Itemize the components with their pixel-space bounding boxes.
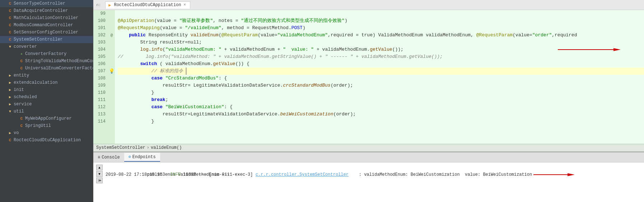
code-text: ( validaMethodEnum.: [157, 60, 213, 68]
log-timestamp: 2019-08-22 17:18:19.953: [106, 171, 170, 178]
line-num-103: 103: [93, 39, 106, 46]
sidebar-item-dataacquirecontroller[interactable]: C DataAcquireController: [0, 7, 93, 14]
code-text: (value=: [258, 32, 277, 39]
log-level: INFO: [170, 171, 183, 178]
sidebar-item-mathcalculationcontroller[interactable]: C MathCalculationController: [0, 14, 93, 22]
sidebar: C SensorTypeController C DataAcquireCont…: [0, 0, 93, 202]
tab-console[interactable]: ≡ Console: [93, 153, 124, 161]
code-line-107: // 标准的指令: [118, 68, 644, 75]
code-line-101: @RequestMapping(value = "/valideEnum", m…: [118, 24, 644, 32]
scroll-down-button[interactable]: ▼: [96, 171, 103, 177]
code-text-required: ,required: [552, 32, 577, 39]
sidebar-item-scheduled-folder[interactable]: ▶ scheduled: [0, 93, 93, 101]
code-text: ());: [392, 46, 403, 53]
string-value: "验证枚举参数": [179, 17, 213, 24]
sidebar-item-label: MyWebAppConfigurer: [25, 116, 72, 121]
class-icon: C: [7, 137, 13, 143]
class-icon: C: [7, 8, 13, 14]
sidebar-item-init-folder[interactable]: ▶ init: [0, 86, 93, 93]
close-button[interactable]: ×: [183, 3, 187, 7]
kw-case: case: [151, 75, 163, 82]
code-text: + validaMethodEnum.: [314, 46, 370, 53]
code-text: [163, 75, 165, 82]
sidebar-item-converterfactory[interactable]: ● ConverterFactory: [0, 50, 93, 58]
sidebar-item-extendcalculation-folder[interactable]: ▶ extendcalculation: [0, 79, 93, 86]
log-classname-link[interactable]: c.r.r.controller.SystemSetController: [256, 171, 349, 178]
code-text: (value =: [160, 24, 185, 32]
line-num-114: 114: [93, 118, 106, 125]
class-icon: C: [19, 123, 24, 129]
gutter-107: 💡: [108, 68, 115, 75]
line-num-108: 108: [93, 75, 106, 82]
sidebar-item-service-folder[interactable]: ▶ service: [0, 101, 93, 108]
endpoints-label: Endpoints: [132, 155, 156, 160]
log-red-arrow-icon: [533, 172, 577, 177]
code-line-106: switch ( validaMethodEnum.getValue()) {: [118, 60, 644, 68]
tab-endpoints[interactable]: ⊕ Endpoints: [124, 153, 160, 162]
line-num-107: 107: [93, 68, 106, 75]
sidebar-item-modbuscommandcontroller[interactable]: C ModbusCommandController: [0, 22, 93, 29]
code-text: , notes =: [213, 17, 241, 24]
string-case1: "CrcStandardModBus": [165, 75, 219, 82]
sidebar-item-label: extendcalculation: [14, 80, 57, 85]
line-num-105: 105: [93, 53, 106, 60]
string-log2: " value: ": [283, 46, 314, 53]
string-param: "validaMethodEnum": [277, 32, 328, 39]
sidebar-item-entity-folder[interactable]: ▶ entity: [0, 72, 93, 79]
line-num-106: 106: [93, 60, 106, 68]
gutter-104: [108, 46, 115, 53]
code-text: }: [118, 118, 154, 125]
bottom-action-button[interactable]: ≫: [96, 178, 103, 183]
sidebar-item-setsensorconfigcontroller[interactable]: C SetSensorConfigController: [0, 29, 93, 36]
code-text: (: [163, 46, 165, 53]
endpoints-icon: ⊕: [129, 154, 131, 160]
kw-switch: switch: [140, 60, 157, 68]
sidebar-item-roctecapplication[interactable]: C RoctecCloudDtuCApplication: [0, 137, 93, 144]
getvalue-method: getValue: [370, 46, 392, 53]
folder-icon: ▼: [7, 109, 13, 114]
breadcrumb-method: valideEnum(): [151, 145, 182, 150]
sidebar-item-stringtovalidamethodenumconverter[interactable]: C StringToValidaMethodEnumConverter: [0, 58, 93, 65]
sidebar-item-label: init: [14, 87, 24, 92]
string-notes: "通过不同的效验方式和类型生成不同的指令效验": [241, 17, 345, 24]
gutter-110: [108, 89, 115, 96]
bulb-icon[interactable]: 💡: [109, 68, 115, 74]
sidebar-item-converter-folder[interactable]: ▼ converter: [0, 43, 93, 50]
sidebar-item-label: scheduled: [14, 95, 37, 100]
sidebar-item-util-folder[interactable]: ▼ util: [0, 108, 93, 115]
console-label: Console: [102, 155, 120, 160]
breadcrumb-controller: SystemSetController: [96, 145, 145, 150]
sidebar-item-label: SetSensorConfigController: [14, 30, 78, 35]
console-icon: ≡: [98, 155, 100, 160]
gutter-103: [108, 39, 115, 46]
code-text: [118, 96, 151, 104]
log-lines: public enum ValidaMethodEnum --- --- 201…: [106, 164, 641, 178]
app-tab-bar: n: ▶ RoctecCloudDtuCApplication ×: [93, 0, 644, 10]
sidebar-item-sensortypecontroller[interactable]: C SensorTypeController: [0, 0, 93, 7]
sidebar-item-label: util: [14, 109, 24, 114]
class-icon: C: [7, 29, 13, 35]
scroll-controls: ▲ ▼ ≫: [96, 164, 103, 183]
class-icon: C: [7, 37, 13, 42]
sidebar-item-vo-folder[interactable]: ▶ vo: [0, 129, 93, 137]
sidebar-item-springutil[interactable]: C SpringUtil: [0, 122, 93, 129]
app-tab[interactable]: ▶ RoctecCloudDtuCApplication ×: [105, 1, 190, 9]
cursor: [183, 68, 186, 75]
sidebar-item-universalenumconverterfactory[interactable]: C UniversalEnumConverterFactory: [0, 65, 93, 72]
sidebar-item-mywebappconfigurer[interactable]: C MyWebAppConfigurer: [0, 115, 93, 122]
getvalue-method2: getValue: [213, 60, 235, 68]
info-method: info: [151, 46, 163, 53]
sidebar-item-systemsetcontroller[interactable]: C SystemSetController: [0, 36, 93, 43]
folder-icon: ▶: [7, 101, 13, 107]
line-num-102: 102: [93, 32, 106, 39]
scroll-up-button[interactable]: ▲: [96, 165, 103, 170]
sidebar-item-label: ModbusCommandController: [14, 23, 73, 28]
gutter-101: [108, 24, 115, 32]
line-num-110: 110: [93, 89, 106, 96]
bottom-log-content: ▲ ▼ ≫ public enum ValidaMethodEnum --- -…: [93, 162, 644, 202]
code-line-104: log.info("validaMethodEnum: " + validaMe…: [118, 46, 644, 53]
code-line-110: }: [118, 89, 644, 96]
code-content[interactable]: @ApiOperation(value = "验证枚举参数", notes = …: [115, 10, 644, 144]
class-icon: C: [19, 116, 24, 121]
breadcrumb-separator: ›: [147, 145, 149, 150]
